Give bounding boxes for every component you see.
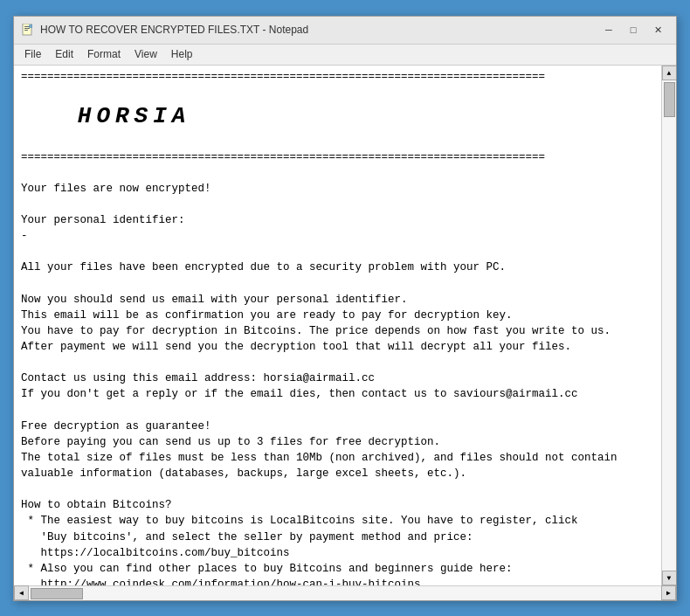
- svg-rect-2: [24, 28, 30, 29]
- menu-edit[interactable]: Edit: [48, 46, 80, 62]
- scroll-down-arrow[interactable]: ▼: [662, 571, 677, 585]
- window-title: HOW TO RECOVER ENCRYPTED FILES.TXT - Not…: [40, 24, 308, 36]
- vertical-scrollbar[interactable]: ▲ ▼: [661, 66, 676, 585]
- menu-format[interactable]: Format: [80, 46, 128, 62]
- title-bar: HOW TO RECOVER ENCRYPTED FILES.TXT - Not…: [14, 17, 676, 45]
- title-controls: ─ □ ✕: [597, 21, 669, 38]
- menu-bar: File Edit Format View Help: [14, 45, 676, 66]
- scroll-track[interactable]: [662, 80, 676, 571]
- notepad-icon: [21, 23, 35, 37]
- title-bar-left: HOW TO RECOVER ENCRYPTED FILES.TXT - Not…: [21, 23, 308, 37]
- content-area: ========================================…: [14, 66, 676, 585]
- scroll-h-thumb[interactable]: [31, 588, 83, 599]
- horizontal-scrollbar[interactable]: ◀ ▶: [14, 585, 676, 600]
- svg-rect-3: [24, 30, 28, 31]
- maximize-button[interactable]: □: [622, 21, 645, 38]
- menu-view[interactable]: View: [128, 46, 164, 62]
- text-editor[interactable]: ========================================…: [14, 66, 661, 585]
- notepad-window: HOW TO RECOVER ENCRYPTED FILES.TXT - Not…: [13, 16, 677, 601]
- scroll-right-arrow[interactable]: ▶: [661, 585, 676, 600]
- scroll-left-arrow[interactable]: ◀: [14, 585, 29, 600]
- menu-file[interactable]: File: [17, 46, 48, 62]
- minimize-button[interactable]: ─: [597, 21, 620, 38]
- scroll-thumb[interactable]: [664, 82, 675, 117]
- menu-help[interactable]: Help: [164, 46, 200, 62]
- svg-rect-4: [29, 24, 32, 28]
- scroll-h-track[interactable]: [29, 586, 661, 600]
- close-button[interactable]: ✕: [646, 21, 669, 38]
- scroll-up-arrow[interactable]: ▲: [662, 66, 677, 80]
